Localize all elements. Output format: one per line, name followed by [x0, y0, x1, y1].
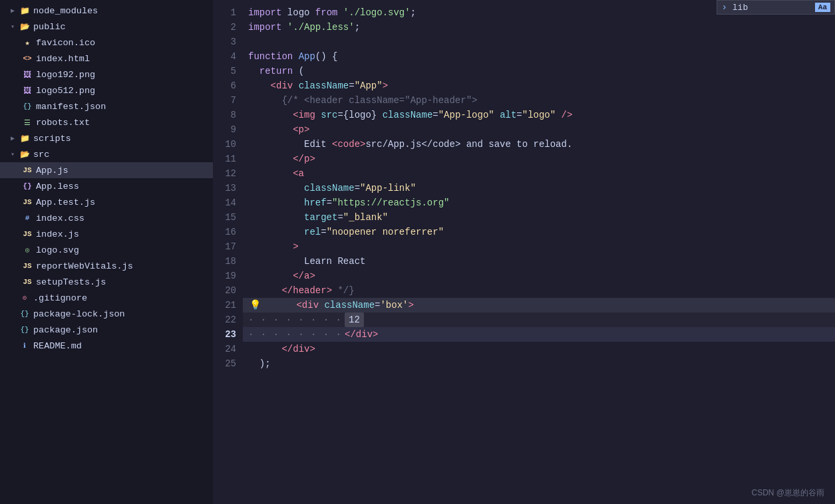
sidebar-item-manifest[interactable]: {} manifest.json: [0, 98, 213, 114]
js-icon: JS: [21, 198, 33, 206]
folder-open-icon: 📂: [19, 150, 31, 160]
sidebar-item-label: favicon.ico: [36, 38, 95, 48]
sidebar-item-package-json[interactable]: {} package.json: [0, 322, 213, 338]
git-icon: ⊙: [19, 294, 31, 302]
file-explorer: ▶ 📁 node_modules ▾ 📂 public ★ favicon.ic…: [0, 0, 213, 504]
line-num-21: 21: [213, 298, 236, 313]
code-line-11: </p>: [243, 152, 835, 166]
sidebar-item-label: logo.svg: [36, 245, 79, 255]
hint-icon: 💡: [248, 298, 261, 313]
code-line-13: className="App-link": [243, 181, 835, 195]
sidebar-item-label: reportWebVitals.js: [36, 261, 133, 271]
line-num-8: 8: [213, 108, 236, 122]
sidebar-item-robots[interactable]: ☰ robots.txt: [0, 114, 213, 130]
line-num-6: 6: [213, 78, 236, 93]
line-num-3: 3: [213, 35, 236, 49]
sidebar-item-readme[interactable]: ℹ README.md: [0, 338, 213, 354]
sidebar-item-logo-svg[interactable]: ◎ logo.svg: [0, 242, 213, 258]
sidebar-item-setup-tests[interactable]: JS setupTests.js: [0, 274, 213, 290]
code-line-20: </header> */}: [243, 283, 835, 298]
image-icon: 🖼: [21, 86, 33, 96]
line-num-7: 7: [213, 93, 236, 108]
code-line-21: 💡 <div className='box'>: [243, 298, 835, 313]
code-line-2: import './App.less';: [243, 20, 835, 35]
code-line-10: Edit <code>src/App.js</code> and save to…: [243, 137, 835, 152]
match-case-button[interactable]: Aa: [815, 3, 830, 12]
line-num-18: 18: [213, 254, 236, 269]
line-num-9: 9: [213, 122, 236, 137]
sidebar-item-label: index.css: [36, 213, 84, 223]
line-num-23: 23: [213, 327, 236, 342]
sidebar-item-src[interactable]: ▾ 📂 src: [0, 146, 213, 162]
sidebar-item-logo512[interactable]: 🖼 logo512.png: [0, 82, 213, 98]
code-line-9: <p>: [243, 122, 835, 137]
line-num-24: 24: [213, 342, 236, 356]
line-num-4: 4: [213, 49, 236, 64]
js-icon: JS: [21, 230, 33, 238]
less-icon: {}: [21, 182, 33, 190]
code-line-8: <img src={logo} className="App-logo" alt…: [243, 108, 835, 122]
line-num-15: 15: [213, 210, 236, 225]
sidebar-item-report-web-vitals[interactable]: JS reportWebVitals.js: [0, 258, 213, 274]
line-num-2: 2: [213, 20, 236, 35]
js-icon: JS: [21, 262, 33, 270]
sidebar-item-app-less[interactable]: {} App.less: [0, 178, 213, 194]
sidebar-item-public[interactable]: ▾ 📂 public: [0, 19, 213, 35]
fold-dots: · · · · · · · ·: [248, 313, 342, 327]
json-icon: {}: [19, 310, 31, 318]
search-input[interactable]: [733, 3, 812, 13]
html-icon: <>: [21, 55, 33, 63]
code-line-12: <a: [243, 166, 835, 181]
folder-icon: 📁: [19, 6, 31, 16]
sidebar-item-index-html[interactable]: <> index.html: [0, 51, 213, 66]
sidebar-item-favicon[interactable]: ★ favicon.ico: [0, 35, 213, 51]
sidebar-item-app-js[interactable]: JS App.js: [0, 162, 213, 178]
code-line-4: function App() {: [243, 49, 835, 64]
image-icon: 🖼: [21, 70, 33, 80]
sidebar-item-label: package-lock.json: [33, 309, 125, 319]
sidebar-item-package-lock[interactable]: {} package-lock.json: [0, 306, 213, 322]
js-icon: JS: [21, 278, 33, 286]
code-content[interactable]: import logo from './logo.svg'; import '.…: [243, 0, 835, 504]
line-num-1: 1: [213, 5, 236, 20]
sidebar-item-label: index.js: [36, 229, 79, 239]
search-bar: › Aa: [717, 0, 835, 15]
code-line-23: · · · · · · · ·</div>: [243, 327, 835, 342]
chevron-down-icon: ▾: [8, 23, 17, 31]
line-num-10: 10: [213, 137, 236, 152]
line-num-5: 5: [213, 64, 236, 78]
code-line-3: [243, 35, 835, 49]
fold-dots-2: · · · · · · · ·: [248, 327, 342, 342]
line-num-13: 13: [213, 181, 236, 195]
sidebar-item-label: App.test.js: [36, 197, 95, 207]
search-chevron-icon: ›: [721, 2, 727, 13]
chevron-down-icon: ▾: [8, 150, 17, 158]
code-line-22: · · · · · · · ·12: [243, 313, 835, 327]
line-num-20: 20: [213, 283, 236, 298]
sidebar-item-label: App.less: [36, 182, 79, 191]
sidebar-item-label: manifest.json: [36, 102, 106, 112]
sidebar-item-label: public: [33, 22, 66, 32]
watermark: CSDN @崽崽的谷雨: [751, 487, 824, 499]
line-num-17: 17: [213, 239, 236, 254]
sidebar-item-app-test-js[interactable]: JS App.test.js: [0, 194, 213, 210]
sidebar-item-node-modules[interactable]: ▶ 📁 node_modules: [0, 3, 213, 19]
sidebar-item-index-js[interactable]: JS index.js: [0, 226, 213, 242]
chevron-right-icon: ▶: [8, 7, 17, 15]
line-num-16: 16: [213, 225, 236, 239]
sidebar-item-gitignore[interactable]: ⊙ .gitignore: [0, 290, 213, 306]
line-num-12: 12: [213, 166, 236, 181]
folder-open-icon: 📂: [19, 22, 31, 32]
sidebar-item-label: robots.txt: [36, 118, 90, 128]
sidebar-item-scripts[interactable]: ▶ 📁 scripts: [0, 130, 213, 146]
line-numbers: 1 2 3 4 5 6 7 8 9 10 11 12 13 14 15 16 1…: [213, 0, 243, 504]
line-num-14: 14: [213, 195, 236, 210]
code-line-14: href="https://reactjs.org": [243, 195, 835, 210]
code-line-25: );: [243, 356, 835, 371]
sidebar-item-label: .gitignore: [33, 293, 87, 303]
sidebar-item-label: package.json: [33, 325, 98, 335]
folder-icon: 📁: [19, 134, 31, 144]
sidebar-item-logo192[interactable]: 🖼 logo192.png: [0, 66, 213, 82]
sidebar-item-label: node_modules: [33, 6, 98, 16]
sidebar-item-index-css[interactable]: # index.css: [0, 210, 213, 226]
